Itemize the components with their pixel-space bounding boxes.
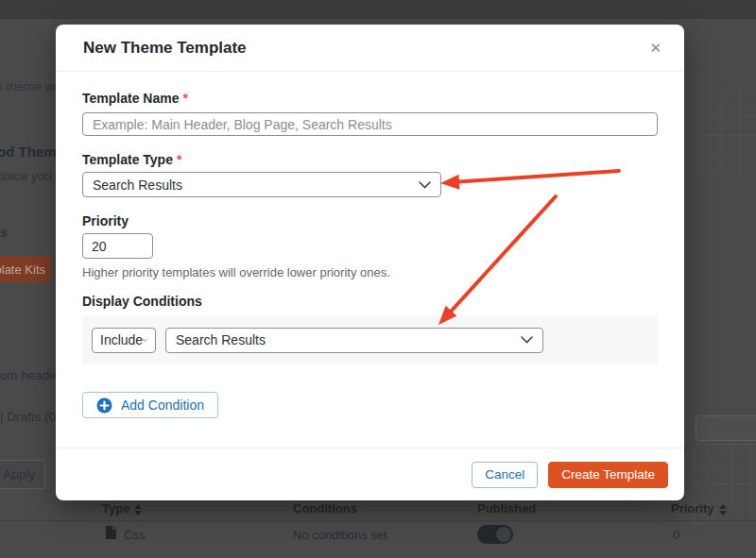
column-header-priority: Priority bbox=[671, 501, 727, 516]
selected-value: Include bbox=[100, 332, 143, 347]
css-file-icon bbox=[106, 526, 116, 539]
sort-icon bbox=[134, 504, 142, 516]
chevron-down-icon bbox=[521, 336, 533, 344]
display-conditions-box: Include Search Results bbox=[82, 315, 658, 364]
selected-value: Search Results bbox=[93, 178, 182, 193]
cell-conditions: No conditions set bbox=[293, 528, 387, 542]
chevron-down-icon bbox=[143, 337, 147, 344]
column-header-type: Type bbox=[102, 501, 142, 516]
include-select[interactable]: Include bbox=[92, 328, 156, 353]
plus-icon bbox=[96, 397, 112, 414]
template-name-label: Template Name* bbox=[82, 91, 658, 106]
required-asterisk: * bbox=[182, 91, 187, 106]
column-header-conditions: Conditions bbox=[293, 501, 357, 516]
priority-label: Priority bbox=[82, 213, 658, 228]
template-kits-button: plate Kits bbox=[0, 256, 51, 282]
bg-custom-header-text: tom heade bbox=[0, 368, 57, 382]
create-template-button[interactable]: Create Template bbox=[548, 462, 668, 488]
column-header-published: Published bbox=[477, 501, 536, 516]
template-name-input[interactable] bbox=[82, 112, 658, 136]
published-toggle bbox=[477, 525, 513, 544]
modal-footer: Cancel Create Template bbox=[56, 448, 684, 500]
new-theme-template-modal: New Theme Template ✕ Template Name* Temp… bbox=[56, 25, 684, 500]
table-divider bbox=[0, 520, 756, 521]
apply-button: Apply bbox=[0, 460, 45, 489]
modal-body: Template Name* Template Type* Search Res… bbox=[56, 72, 684, 418]
label-text: Template Type bbox=[82, 152, 173, 167]
priority-help-text: Higher priority templates will override … bbox=[82, 265, 658, 279]
bg-subheading: place you bbox=[0, 169, 52, 183]
modal-header: New Theme Template ✕ bbox=[56, 25, 684, 72]
template-type-label: Template Type* bbox=[82, 152, 658, 167]
add-condition-label: Add Condition bbox=[121, 397, 204, 413]
condition-value-select[interactable]: Search Results bbox=[165, 328, 543, 353]
modal-title: New Theme Template bbox=[83, 39, 247, 58]
cancel-button[interactable]: Cancel bbox=[472, 462, 538, 488]
required-asterisk: * bbox=[177, 152, 181, 167]
column-header-label: Type bbox=[102, 501, 129, 516]
bg-search-box bbox=[696, 415, 756, 441]
selected-value: Search Results bbox=[176, 332, 266, 347]
template-type-select[interactable]: Search Results bbox=[82, 172, 441, 197]
cell-priority: 0 bbox=[673, 528, 679, 542]
background-grid bbox=[701, 81, 756, 176]
bg-tagline-text: s theme wi bbox=[0, 79, 58, 93]
admin-bar bbox=[0, 0, 756, 19]
priority-input[interactable] bbox=[82, 233, 153, 259]
column-header-label: Priority bbox=[671, 501, 714, 516]
bg-tab-label: s bbox=[0, 225, 8, 240]
column-header-label: Conditions bbox=[293, 501, 357, 516]
bg-page-heading: od Them bbox=[0, 144, 57, 160]
display-conditions-label: Display Conditions bbox=[82, 294, 658, 309]
add-condition-button[interactable]: Add Condition bbox=[82, 392, 218, 418]
toggle-knob bbox=[496, 527, 511, 542]
column-header-label: Published bbox=[477, 501, 536, 516]
sort-icon bbox=[719, 504, 727, 516]
cell-type: Css bbox=[124, 528, 145, 542]
label-text: Template Name bbox=[82, 91, 179, 106]
chevron-down-icon bbox=[419, 181, 431, 189]
close-icon[interactable]: ✕ bbox=[645, 37, 665, 59]
screen: s theme wi od Them place you s plate Kit… bbox=[0, 0, 756, 558]
drafts-filter-link: | Drafts (0 bbox=[0, 410, 56, 424]
